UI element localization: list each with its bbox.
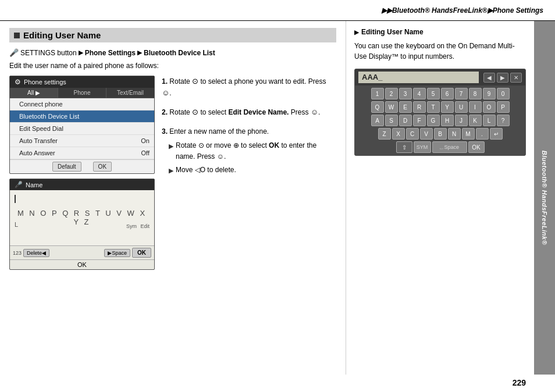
kb-key-c[interactable]: C — [406, 128, 419, 140]
step-3: 3. Enter a new name of the phone. ▶ Rota… — [162, 126, 336, 176]
breadcrumb-bt-device-list: Bluetooth Device List — [144, 49, 215, 57]
space-btn[interactable]: ▶Space — [104, 249, 130, 257]
kb-key-n[interactable]: N — [448, 128, 461, 140]
kb-key-9[interactable]: 9 — [483, 88, 496, 99]
menu-auto-answer: Auto Answer Off — [10, 147, 154, 159]
kb-key-8[interactable]: 8 — [469, 88, 482, 99]
kb-key-x[interactable]: X — [392, 128, 405, 140]
menu-bt-device-list: Bluetooth Device List — [10, 111, 154, 123]
step-3-number: 3. — [162, 127, 168, 136]
kb-key-b[interactable]: B — [434, 128, 447, 140]
phone-settings-screenshot: ⚙ Phone settings All ▶ Phone Text/Email … — [9, 76, 155, 174]
kb-key-6[interactable]: 6 — [441, 88, 454, 99]
kb-key-5[interactable]: 5 — [427, 88, 440, 99]
breadcrumb-arrow2: ▶ — [137, 49, 142, 56]
kb-nav-close[interactable]: ✕ — [510, 73, 522, 83]
kb-key-l[interactable]: L — [483, 115, 496, 126]
kb-key-4[interactable]: 4 — [413, 88, 426, 99]
edit-label: Edit — [140, 223, 150, 229]
kb-qwerty-row: Q W E R T Y U I O P — [357, 101, 523, 113]
kb-key-u[interactable]: U — [455, 101, 468, 113]
kb-space-key[interactable]: ⎵ Space — [432, 141, 467, 153]
kb-key-v[interactable]: V — [420, 128, 433, 140]
kb-nav-left[interactable]: ◀ — [483, 73, 495, 83]
breadcrumb-phone-settings: Phone Settings — [85, 49, 136, 57]
name-screen-icon: 🎤 — [15, 181, 23, 188]
kb-nav-buttons: ◀ ▶ ✕ — [483, 73, 522, 83]
kb-key-w[interactable]: W — [385, 101, 398, 113]
kb-key-d[interactable]: D — [399, 115, 412, 126]
kb-key-question[interactable]: ? — [497, 115, 510, 126]
title-square-icon — [14, 33, 20, 38]
kb-zxcv-row: Z X C V B N M . ↵ — [357, 128, 523, 140]
kb-key-7[interactable]: 7 — [455, 88, 468, 99]
menu-edit-speed-dial: Edit Speed Dial — [10, 123, 154, 135]
kb-key-e[interactable]: E — [399, 101, 412, 113]
right-column: Editing User Name You can use the keyboa… — [346, 21, 534, 375]
settings-icon: 🎤 — [9, 48, 19, 57]
kb-key-r[interactable]: R — [413, 101, 426, 113]
delete-btn[interactable]: Delete◀ — [23, 249, 49, 257]
name-ok-btn[interactable]: OK — [132, 248, 151, 258]
phone-menu-items: Connect phone Bluetooth Device List Edit… — [10, 98, 154, 159]
phone-screen-header: ⚙ Phone settings — [10, 76, 154, 88]
kb-key-f[interactable]: F — [413, 115, 426, 126]
main-content: Editing User Name 🎤 SETTINGS button ▶ Ph… — [0, 21, 534, 375]
edit-description: Edit the user name of a paired phone as … — [9, 62, 336, 70]
kb-key-g[interactable]: G — [427, 115, 440, 126]
auto-answer-label: Auto Answer — [19, 149, 55, 156]
kb-shift-key[interactable]: ⇧ — [396, 141, 412, 153]
phone-ok-btn[interactable]: OK — [93, 162, 112, 172]
kb-key-m[interactable]: M — [462, 128, 475, 140]
step-3-sub-2: ▶ Move ◁O to delete. — [169, 165, 336, 176]
kb-key-1[interactable]: 1 — [371, 88, 384, 99]
auto-answer-value: Off — [141, 149, 150, 156]
menu-connect-phone: Connect phone — [10, 98, 154, 111]
phone-gear-icon: ⚙ — [15, 78, 21, 86]
name-screenshot: 🎤 Name M N O P Q R S T U V W X Y Z L Sym… — [9, 179, 155, 270]
kb-top-bar: AAA_ ◀ ▶ ✕ — [355, 69, 525, 85]
kb-key-p[interactable]: P — [497, 101, 510, 113]
kb-ok-key[interactable]: OK — [468, 141, 485, 153]
kb-key-y[interactable]: Y — [441, 101, 454, 113]
kb-key-k[interactable]: K — [469, 115, 482, 126]
right-sidebar: Bluetooth® HandsFreeLink® — [534, 21, 555, 375]
kb-key-0[interactable]: 0 — [497, 88, 510, 99]
kb-key-t[interactable]: T — [427, 101, 440, 113]
kb-nav-right[interactable]: ▶ — [497, 73, 508, 83]
kb-key-i[interactable]: I — [469, 101, 482, 113]
step-2-text: 2. Rotate ⊙ to select Edit Device Name. … — [162, 106, 336, 118]
breadcrumb-settings: SETTINGS button — [20, 49, 77, 57]
press-icon-3: ☺ — [217, 152, 224, 161]
name-cursor — [15, 194, 150, 203]
letter-L: L — [15, 221, 18, 228]
phone-bottom-bar: Default OK — [10, 159, 154, 173]
kb-key-period[interactable]: . — [476, 128, 489, 140]
step-1-text: 1. Rotate ⊙ to select a phone you want t… — [162, 76, 336, 98]
right-description: You can use the keyboard on the On Deman… — [354, 41, 526, 62]
kb-key-2[interactable]: 2 — [385, 88, 398, 99]
kb-key-a[interactable]: A — [371, 115, 384, 126]
sidebar-text: Bluetooth® HandsFreeLink® — [541, 151, 548, 245]
kb-key-q[interactable]: Q — [371, 101, 384, 113]
right-section-title: Editing User Name — [354, 28, 526, 36]
kb-sym-key[interactable]: SYM — [414, 141, 431, 153]
kb-rows: 1 2 3 4 5 6 7 8 9 0 Q W E R T — [355, 85, 525, 155]
kb-key-o[interactable]: O — [483, 101, 496, 113]
step-3-sub-1: ▶ Rotate ⊙ or move ⊕ to select OK to ent… — [169, 140, 336, 162]
phone-default-btn[interactable]: Default — [52, 162, 81, 172]
kb-key-enter[interactable]: ↵ — [490, 128, 503, 140]
delete-icon: ◁O — [195, 166, 205, 174]
kb-key-h[interactable]: H — [441, 115, 454, 126]
kb-key-j[interactable]: J — [455, 115, 468, 126]
kb-key-z[interactable]: Z — [378, 128, 391, 140]
kb-key-3[interactable]: 3 — [399, 88, 412, 99]
left-top-area: ⚙ Phone settings All ▶ Phone Text/Email … — [9, 76, 336, 270]
rotate-icon-3: ⊙ — [198, 141, 204, 149]
kb-key-s[interactable]: S — [385, 115, 398, 126]
menu-auto-transfer: Auto Transfer On — [10, 135, 154, 147]
step-3-sub-1-text: Rotate ⊙ or move ⊕ to select OK to enter… — [176, 140, 336, 162]
rotate-icon-1: ⊙ — [192, 77, 198, 85]
press-icon-2: ☺ — [311, 108, 318, 116]
screenshots-column: ⚙ Phone settings All ▶ Phone Text/Email … — [9, 76, 155, 270]
